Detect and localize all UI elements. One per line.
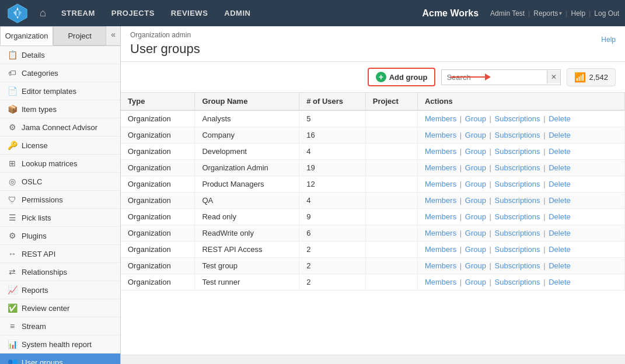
- action-separator: |: [542, 245, 548, 254]
- nav-stream[interactable]: STREAM: [53, 9, 103, 18]
- action-members[interactable]: Members: [425, 212, 456, 221]
- action-group[interactable]: Group: [465, 212, 486, 221]
- sidebar-item-license[interactable]: 🔑 License: [0, 136, 120, 155]
- sidebar-item-oslc[interactable]: ◎ OSLC: [0, 173, 120, 191]
- action-delete[interactable]: Delete: [549, 163, 571, 172]
- action-members[interactable]: Members: [425, 163, 456, 172]
- sidebar-item-label: Review center: [22, 304, 69, 313]
- cell-group-name: Organization Admin: [195, 160, 299, 176]
- sidebar-item-pick-lists[interactable]: ☰ Pick lists: [0, 209, 120, 227]
- action-delete[interactable]: Delete: [549, 261, 571, 270]
- reports-dropdown-icon[interactable]: ▾: [559, 10, 562, 16]
- reports-link[interactable]: Reports: [533, 9, 558, 18]
- action-members[interactable]: Members: [425, 131, 456, 139]
- bottom-scrollbar[interactable]: [121, 355, 625, 364]
- action-delete[interactable]: Delete: [549, 180, 571, 188]
- action-group[interactable]: Group: [465, 196, 486, 205]
- sidebar-item-details[interactable]: 📋 Details: [0, 46, 120, 64]
- action-members[interactable]: Members: [425, 114, 456, 123]
- action-subscriptions[interactable]: Subscriptions: [495, 261, 540, 270]
- action-group[interactable]: Group: [465, 147, 486, 156]
- sidebar-item-label: Pick lists: [22, 214, 51, 222]
- action-subscriptions[interactable]: Subscriptions: [495, 131, 540, 139]
- tab-organization[interactable]: Organization: [0, 26, 53, 46]
- action-delete[interactable]: Delete: [549, 147, 571, 156]
- action-delete[interactable]: Delete: [549, 196, 571, 205]
- sep1: |: [528, 9, 530, 18]
- action-subscriptions[interactable]: Subscriptions: [495, 196, 540, 205]
- action-subscriptions[interactable]: Subscriptions: [495, 245, 540, 254]
- review-center-icon: ✅: [7, 303, 18, 313]
- action-delete[interactable]: Delete: [549, 278, 571, 286]
- sidebar-item-permissions[interactable]: 🛡 Permissions: [0, 191, 120, 209]
- cell-actions: Members | Group | Subscriptions | Delete: [417, 176, 624, 192]
- metric-badge: 📶 2,542: [567, 68, 616, 86]
- nav-projects[interactable]: PROJECTS: [103, 9, 163, 18]
- action-delete[interactable]: Delete: [549, 245, 571, 254]
- add-group-button[interactable]: + Add group: [368, 68, 436, 86]
- action-delete[interactable]: Delete: [549, 229, 571, 237]
- action-group[interactable]: Group: [465, 131, 486, 139]
- action-members[interactable]: Members: [425, 196, 456, 205]
- sidebar-item-system-health-report[interactable]: 📊 System health report: [0, 335, 120, 354]
- user-label[interactable]: Admin Test: [490, 9, 525, 18]
- action-group[interactable]: Group: [465, 278, 486, 286]
- sidebar-item-stream[interactable]: ≡ Stream: [0, 317, 120, 335]
- action-group[interactable]: Group: [465, 229, 486, 237]
- sidebar-item-categories[interactable]: 🏷 Categories: [0, 64, 120, 82]
- action-group[interactable]: Group: [465, 114, 486, 123]
- help-link-content[interactable]: Help: [601, 31, 616, 44]
- app-logo[interactable]: [6, 2, 29, 25]
- action-separator: |: [542, 147, 548, 156]
- home-icon[interactable]: ⌂: [35, 7, 51, 19]
- action-subscriptions[interactable]: Subscriptions: [495, 212, 540, 221]
- action-subscriptions[interactable]: Subscriptions: [495, 180, 540, 188]
- action-group[interactable]: Group: [465, 245, 486, 254]
- action-members[interactable]: Members: [425, 180, 456, 188]
- table-row: OrganizationTest runner2Members | Group …: [121, 274, 625, 290]
- action-delete[interactable]: Delete: [549, 114, 571, 123]
- sidebar-collapse-btn[interactable]: «: [106, 26, 120, 46]
- add-group-label: Add group: [389, 73, 428, 82]
- sidebar-item-review-center[interactable]: ✅ Review center: [0, 299, 120, 317]
- sidebar-item-user-groups[interactable]: 👥 User groups: [0, 354, 120, 364]
- action-subscriptions[interactable]: Subscriptions: [495, 147, 540, 156]
- help-link-top[interactable]: Help: [571, 9, 585, 18]
- action-group[interactable]: Group: [465, 163, 486, 172]
- cell-type: Organization: [121, 144, 195, 160]
- action-group[interactable]: Group: [465, 261, 486, 270]
- action-members[interactable]: Members: [425, 261, 456, 270]
- action-subscriptions[interactable]: Subscriptions: [495, 163, 540, 172]
- action-separator: |: [487, 245, 494, 254]
- action-separator: |: [487, 147, 494, 156]
- action-delete[interactable]: Delete: [549, 131, 571, 139]
- action-members[interactable]: Members: [425, 245, 456, 254]
- action-members[interactable]: Members: [425, 147, 456, 156]
- action-subscriptions[interactable]: Subscriptions: [495, 229, 540, 237]
- nav-admin[interactable]: ADMIN: [216, 9, 259, 18]
- pick-lists-icon: ☰: [7, 213, 18, 222]
- cell-project: [365, 258, 417, 274]
- action-members[interactable]: Members: [425, 278, 456, 286]
- action-subscriptions[interactable]: Subscriptions: [495, 278, 540, 286]
- tab-project[interactable]: Project: [53, 26, 106, 46]
- action-subscriptions[interactable]: Subscriptions: [495, 114, 540, 123]
- table-row: OrganizationCompany16Members | Group | S…: [121, 127, 625, 144]
- sidebar-item-relationships[interactable]: ⇄ Relationships: [0, 263, 120, 281]
- sidebar-item-editor-templates[interactable]: 📄 Editor templates: [0, 82, 120, 100]
- sidebar-item-reports[interactable]: 📈 Reports: [0, 281, 120, 299]
- sidebar-item-jama-connect-advisor[interactable]: ⚙ Jama Connect Advisor: [0, 118, 120, 136]
- cell-project: [365, 110, 417, 127]
- action-members[interactable]: Members: [425, 229, 456, 237]
- search-close-icon[interactable]: ✕: [547, 71, 560, 83]
- action-group[interactable]: Group: [465, 180, 486, 188]
- nav-reviews[interactable]: REVIEWS: [163, 9, 216, 18]
- action-delete[interactable]: Delete: [549, 212, 571, 221]
- sidebar-item-item-types[interactable]: 📦 Item types: [0, 100, 120, 118]
- sidebar-item-lookup-matrices[interactable]: ⊞ Lookup matrices: [0, 155, 120, 173]
- cell-num-users: 9: [299, 209, 366, 225]
- sidebar-item-plugins[interactable]: ⚙ Plugins: [0, 227, 120, 245]
- sidebar-item-rest-api[interactable]: ↔ REST API: [0, 245, 120, 263]
- logout-link[interactable]: Log Out: [594, 9, 619, 18]
- cell-type: Organization: [121, 176, 195, 192]
